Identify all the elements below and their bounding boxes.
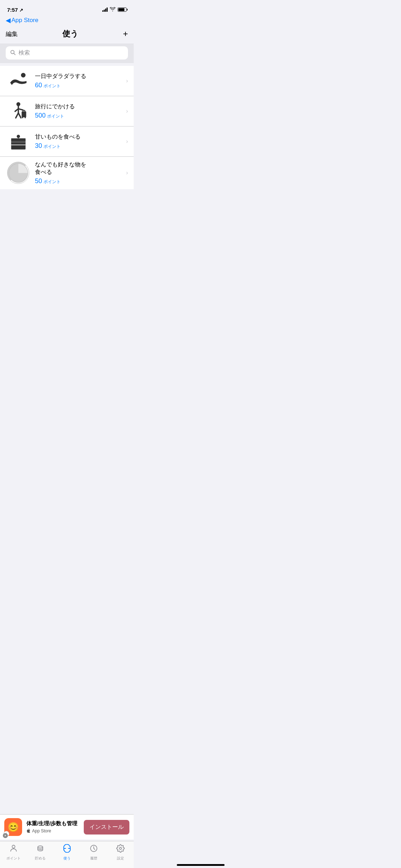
item-content: なんでも好きな物を食べる 50 ポイント: [35, 161, 123, 185]
signal-icon: [102, 7, 108, 12]
svg-line-1: [14, 53, 15, 55]
item-points: 500 ポイント: [35, 112, 123, 119]
item-points: 30 ポイント: [35, 142, 123, 150]
status-time: 7:57 ↗: [7, 7, 23, 13]
search-bar[interactable]: 検索: [6, 46, 128, 60]
svg-line-7: [16, 113, 18, 118]
item-content: 甘いものを食べる 30 ポイント: [35, 133, 123, 150]
search-bar-container: 検索: [0, 43, 134, 63]
list-item[interactable]: なんでも好きな物を食べる 50 ポイント ›: [0, 157, 134, 189]
svg-point-0: [11, 50, 14, 53]
item-content: 一日中ダラダラする 60 ポイント: [35, 73, 123, 89]
item-title: 甘いものを食べる: [35, 133, 123, 141]
any-food-icon: [6, 162, 31, 184]
status-icons: [102, 7, 127, 12]
back-label: App Store: [11, 17, 38, 24]
item-title: なんでも好きな物を食べる: [35, 161, 123, 176]
content-area: 一日中ダラダラする 60 ポイント ›: [0, 66, 134, 246]
svg-line-8: [18, 113, 21, 118]
search-placeholder: 検索: [19, 49, 30, 57]
svg-rect-15: [11, 142, 25, 149]
item-title: 旅行にでかける: [35, 103, 123, 110]
list-item[interactable]: 一日中ダラダラする 60 ポイント ›: [0, 66, 134, 96]
cake-icon: [6, 131, 31, 152]
svg-point-18: [16, 135, 20, 138]
item-points: 50 ポイント: [35, 177, 123, 185]
page-title: 使う: [62, 29, 78, 39]
lazy-icon: [6, 70, 31, 92]
battery-icon: [118, 7, 127, 12]
chevron-right-icon: ›: [126, 108, 128, 114]
list-item[interactable]: 旅行にでかける 500 ポイント ›: [0, 96, 134, 126]
status-bar: 7:57 ↗: [0, 0, 134, 16]
search-icon: [10, 50, 16, 56]
chevron-right-icon: ›: [126, 138, 128, 145]
nav-bar: 編集 使う +: [0, 26, 134, 43]
svg-point-13: [22, 117, 23, 118]
list-container: 一日中ダラダラする 60 ポイント ›: [0, 66, 134, 189]
svg-point-2: [21, 73, 25, 77]
svg-line-6: [18, 109, 23, 110]
svg-rect-9: [21, 111, 26, 117]
back-nav[interactable]: ◀ App Store: [0, 16, 134, 26]
chevron-right-icon: ›: [126, 78, 128, 84]
svg-point-14: [24, 117, 26, 118]
wifi-icon: [110, 7, 115, 12]
edit-button[interactable]: 編集: [6, 30, 18, 38]
add-button[interactable]: +: [123, 29, 128, 39]
back-arrow-icon: ◀: [6, 16, 11, 24]
list-item[interactable]: 甘いものを食べる 30 ポイント ›: [0, 126, 134, 157]
item-points: 60 ポイント: [35, 82, 123, 89]
chevron-right-icon: ›: [126, 170, 128, 176]
item-content: 旅行にでかける 500 ポイント: [35, 103, 123, 119]
item-title: 一日中ダラダラする: [35, 73, 123, 80]
travel-icon: [6, 100, 31, 122]
